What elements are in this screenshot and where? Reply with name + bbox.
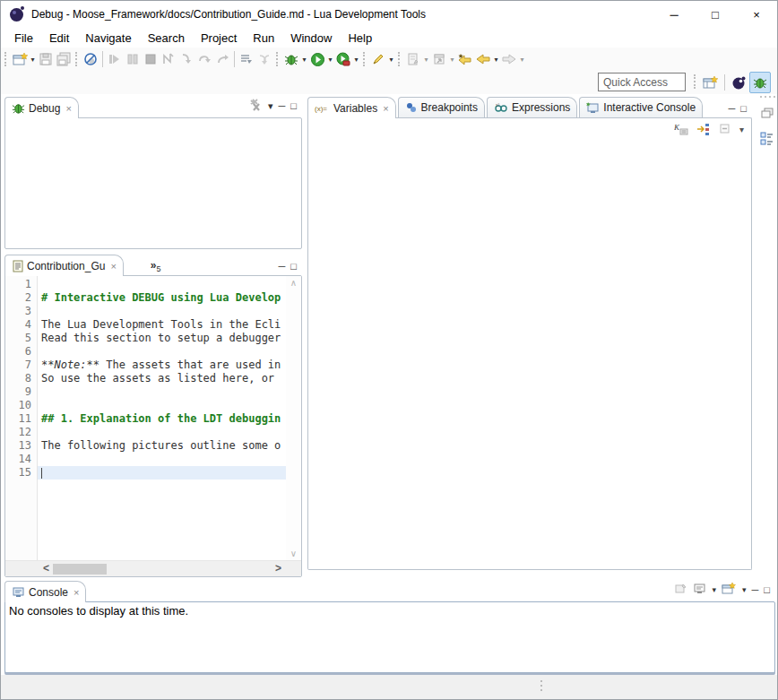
external-tools-dropdown[interactable]: ▾: [387, 56, 395, 64]
debug-view-body[interactable]: [4, 117, 302, 249]
menu-run[interactable]: Run: [245, 29, 282, 48]
use-step-filters-button[interactable]: [238, 49, 255, 69]
step-into-button[interactable]: [177, 49, 195, 69]
minimize-view-icon[interactable]: ─: [279, 262, 286, 272]
expressions-tab[interactable]: x² Expressions: [487, 97, 577, 117]
new-file-dropdown[interactable]: ▾: [422, 56, 430, 64]
menu-edit[interactable]: Edit: [41, 29, 77, 48]
window-maximize-button[interactable]: □: [695, 1, 736, 28]
show-type-names-button[interactable]: K: [674, 122, 689, 138]
new-wizard-dropdown[interactable]: ▾: [29, 56, 37, 64]
debug-view-tab[interactable]: Debug ×: [4, 97, 79, 118]
scroll-up-icon[interactable]: ∧: [290, 278, 297, 288]
debug-perspective-button[interactable]: [749, 72, 771, 93]
collapse-all-button[interactable]: [719, 122, 732, 138]
console-body[interactable]: No consoles to display at this time.: [4, 601, 775, 673]
editor-body[interactable]: 123456789101112131415 # Interactive DEBU…: [4, 275, 302, 577]
close-tab-icon[interactable]: ×: [73, 587, 79, 598]
step-over-button[interactable]: [195, 49, 213, 69]
editor-line[interactable]: [38, 399, 286, 412]
editor-line[interactable]: **Note:** The assets that are used in: [38, 359, 286, 372]
editor-line[interactable]: [38, 305, 286, 318]
editor-vertical-scrollbar[interactable]: ∧ ∨: [286, 276, 301, 560]
back-button[interactable]: [474, 49, 492, 69]
open-perspective-button[interactable]: [700, 72, 722, 93]
outline-view-button[interactable]: [757, 128, 777, 148]
drop-to-frame-button[interactable]: [255, 49, 273, 69]
external-tools-button[interactable]: [369, 49, 387, 69]
view-menu-icon[interactable]: ▾: [739, 125, 744, 134]
restore-view-button[interactable]: [757, 103, 777, 123]
disconnect-button[interactable]: [160, 49, 177, 69]
editor-horizontal-scrollbar[interactable]: < >: [5, 560, 301, 576]
step-return-button[interactable]: [213, 49, 231, 69]
resume-button[interactable]: [106, 49, 124, 69]
new-file-button[interactable]: [404, 49, 422, 69]
debug-dropdown[interactable]: ▾: [300, 56, 308, 64]
display-console-dropdown[interactable]: ▾: [712, 586, 716, 594]
editor-line[interactable]: [38, 385, 286, 399]
editor-line[interactable]: [38, 345, 286, 359]
menu-window[interactable]: Window: [282, 29, 340, 48]
open-console-button[interactable]: [722, 582, 737, 598]
save-all-button[interactable]: [55, 49, 73, 69]
window-close-button[interactable]: ×: [736, 1, 777, 28]
remove-all-terminated-button[interactable]: [248, 99, 263, 114]
editor-line[interactable]: So use the assets as listed here, or: [38, 372, 286, 385]
last-edit-location-button[interactable]: [456, 49, 474, 69]
editor-line[interactable]: [38, 426, 286, 439]
pin-console-button[interactable]: [674, 583, 687, 598]
minimize-view-icon[interactable]: ─: [729, 104, 736, 114]
editor-tab-contribution-guide[interactable]: Contribution_Gu ×: [4, 255, 124, 276]
maximize-view-icon[interactable]: □: [764, 585, 770, 595]
debug-button[interactable]: [282, 49, 300, 69]
minimize-view-icon[interactable]: ─: [752, 585, 759, 595]
menu-search[interactable]: Search: [140, 29, 193, 48]
interactive-console-tab[interactable]: Interactive Console: [579, 97, 703, 117]
coverage-dropdown[interactable]: ▾: [352, 56, 360, 64]
coverage-button[interactable]: [334, 49, 352, 69]
scroll-left-icon[interactable]: <: [43, 562, 49, 575]
close-tab-icon[interactable]: ×: [110, 261, 116, 272]
skip-all-breakpoints-button[interactable]: [82, 49, 99, 69]
save-button[interactable]: [37, 49, 55, 69]
menu-navigate[interactable]: Navigate: [77, 29, 139, 48]
menu-file[interactable]: File: [6, 29, 41, 48]
quick-access-input[interactable]: [598, 73, 686, 91]
lua-perspective-button[interactable]: [728, 72, 749, 93]
breakpoints-tab[interactable]: Breakpoints: [398, 97, 485, 117]
variables-tab[interactable]: (x)= Variables ×: [307, 97, 396, 118]
scroll-right-icon[interactable]: >: [275, 562, 281, 575]
maximize-view-icon[interactable]: □: [290, 262, 297, 272]
open-element-dropdown[interactable]: ▾: [448, 56, 456, 64]
menu-help[interactable]: Help: [340, 29, 380, 48]
editor-line[interactable]: Read this section to setup a debugger: [38, 332, 286, 345]
window-minimize-button[interactable]: ─: [653, 1, 695, 28]
editor-text[interactable]: # Interactive DEBUG using Lua DevelopThe…: [38, 276, 286, 576]
menu-project[interactable]: Project: [193, 29, 245, 48]
maximize-view-icon[interactable]: □: [740, 104, 747, 114]
console-tab[interactable]: Console ×: [4, 581, 86, 602]
show-logical-structures-button[interactable]: [696, 122, 712, 138]
close-tab-icon[interactable]: ×: [383, 103, 388, 114]
editor-line[interactable]: [38, 278, 286, 291]
statusbar-drag-handle[interactable]: [540, 680, 542, 691]
forward-dropdown[interactable]: ▾: [518, 56, 526, 64]
new-wizard-button[interactable]: [11, 49, 29, 69]
editor-line[interactable]: # Interactive DEBUG using Lua Develop: [38, 291, 286, 305]
run-dropdown[interactable]: ▾: [326, 56, 334, 64]
run-button[interactable]: [308, 49, 326, 69]
editor-line[interactable]: [38, 453, 286, 466]
view-menu-icon[interactable]: ▾: [268, 101, 273, 111]
variables-view-body[interactable]: [307, 141, 752, 570]
forward-button[interactable]: [500, 49, 518, 69]
terminate-button[interactable]: [142, 49, 160, 69]
close-tab-icon[interactable]: ×: [65, 103, 71, 114]
open-console-dropdown[interactable]: ▾: [742, 586, 747, 594]
back-dropdown[interactable]: ▾: [492, 56, 500, 64]
scrollbar-thumb[interactable]: [53, 564, 107, 575]
editor-line[interactable]: The following pictures outline some o: [38, 439, 286, 453]
display-selected-console-button[interactable]: [693, 583, 706, 598]
editor-line[interactable]: ## 1. Explanation of the LDT debuggin: [38, 412, 286, 426]
minimize-view-icon[interactable]: ─: [279, 101, 286, 111]
